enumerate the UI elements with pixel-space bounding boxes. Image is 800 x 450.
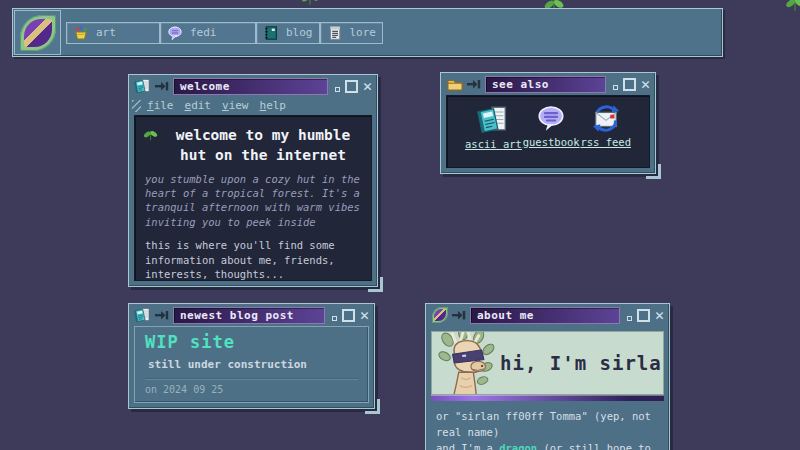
maximize-button[interactable] <box>637 309 650 322</box>
folder-icon <box>446 76 463 93</box>
about-banner: hi, I'm sirlan <box>431 331 664 395</box>
leaf-logo-icon <box>20 15 56 51</box>
blog-post-content: WIP site still under construction on 202… <box>134 326 369 403</box>
menu-bar: file edit view help <box>129 97 377 115</box>
minimize-button[interactable] <box>332 316 337 321</box>
maximize-button[interactable] <box>623 78 636 91</box>
nav-button-lore[interactable]: lore <box>320 22 384 44</box>
window-controls: ✕ <box>613 78 650 91</box>
link-rss-feed[interactable]: rss feed <box>580 104 631 163</box>
welcome-content: welcome to my humble hut on the internet… <box>134 115 372 281</box>
resize-handle[interactable] <box>365 399 380 414</box>
blog-post-date: on 2024 09 25 <box>145 379 358 395</box>
desktop: art fedi blog lore welcome <box>0 0 800 450</box>
top-nav-bar: art fedi blog lore <box>12 8 723 57</box>
about-titlebar[interactable]: about me ✕ <box>426 304 669 326</box>
window-controls: ✕ <box>627 309 664 322</box>
nav-button-art[interactable]: art <box>66 22 160 44</box>
close-button[interactable]: ✕ <box>360 309 369 322</box>
notepad-icon <box>134 78 151 95</box>
window-controls: ✕ <box>335 80 372 93</box>
window-title: about me <box>470 307 620 324</box>
maximize-button[interactable] <box>345 80 358 93</box>
see-also-window: see also ✕ ascii art guestbook rss feed <box>440 72 656 174</box>
link-label: guestbook <box>523 136 580 148</box>
dragon-avatar <box>438 331 496 395</box>
leaf-decoration <box>784 0 800 12</box>
minimize-button[interactable] <box>613 85 618 90</box>
blog-post-subtitle: still under construction <box>145 352 358 378</box>
nav-button-fedi[interactable]: fedi <box>160 22 256 44</box>
see-also-titlebar[interactable]: see also ✕ <box>441 73 655 95</box>
leaf-logo-icon <box>431 307 448 324</box>
welcome-flavor-text: you stumble upon a cozy hut in the heart… <box>135 169 371 232</box>
window-title: welcome <box>173 78 328 95</box>
lore-document-icon <box>327 25 343 41</box>
welcome-body-text: this is where you'll find some informati… <box>135 232 371 281</box>
link-ascii-art[interactable]: ascii art <box>465 104 522 163</box>
pin-icon[interactable] <box>452 309 466 321</box>
rss-envelope-icon <box>590 104 622 133</box>
pin-icon[interactable] <box>155 309 169 321</box>
about-body-text: or "sirlan ff00ff Tomma" (yep, not real … <box>426 401 669 450</box>
blog-post-title: WIP site <box>145 332 358 352</box>
speech-bubble-icon <box>535 104 567 133</box>
fedi-speech-bubble-icon <box>167 25 183 41</box>
about-line2-pre: and I'm a <box>436 442 499 450</box>
leaf-icon <box>143 129 158 142</box>
blog-notebook-icon <box>263 25 279 41</box>
nav-label: blog <box>286 26 313 39</box>
dragon-link[interactable]: dragon <box>499 442 537 450</box>
notepad-icon <box>134 307 151 324</box>
leaf-decoration <box>300 0 320 6</box>
window-controls: ✕ <box>332 309 369 322</box>
window-title: newest blog post <box>173 307 325 324</box>
menu-help[interactable]: help <box>260 99 287 112</box>
art-icon <box>73 25 89 41</box>
resize-handle[interactable] <box>368 277 383 292</box>
minimize-button[interactable] <box>627 316 632 321</box>
welcome-titlebar[interactable]: welcome ✕ <box>129 75 377 97</box>
close-button[interactable]: ✕ <box>363 80 372 93</box>
notepad-icon <box>477 104 509 135</box>
resize-handle[interactable] <box>646 164 661 179</box>
see-also-content: ascii art guestbook rss feed <box>446 95 650 168</box>
about-line1: or "sirlan ff00ff Tomma" (yep, not real … <box>436 410 651 438</box>
about-me-window: about me ✕ hi, I'm sirlan or "sirlan ff0… <box>425 303 670 450</box>
link-label: rss feed <box>580 136 631 148</box>
nav-label: lore <box>350 26 377 39</box>
welcome-window: welcome ✕ file edit view help welcome to… <box>128 74 378 287</box>
close-button[interactable]: ✕ <box>641 78 650 91</box>
nav-button-blog[interactable]: blog <box>256 22 320 44</box>
menu-view[interactable]: view <box>222 99 249 112</box>
pin-icon[interactable] <box>155 80 169 92</box>
menu-edit[interactable]: edit <box>185 99 212 112</box>
nav-button-grid: art fedi blog lore <box>66 22 383 44</box>
newest-blog-post-window: newest blog post ✕ WIP site still under … <box>128 303 375 409</box>
close-button[interactable]: ✕ <box>655 309 664 322</box>
nav-label: art <box>96 26 116 39</box>
nav-label: fedi <box>190 26 217 39</box>
link-guestbook[interactable]: guestbook <box>523 104 580 163</box>
maximize-button[interactable] <box>342 309 355 322</box>
pin-icon[interactable] <box>467 78 481 90</box>
minimize-button[interactable] <box>335 87 340 92</box>
blog-titlebar[interactable]: newest blog post ✕ <box>129 304 374 326</box>
window-title: see also <box>485 76 606 93</box>
menu-file[interactable]: file <box>147 99 174 112</box>
about-heading: hi, I'm sirlan <box>500 352 664 374</box>
link-label: ascii art <box>465 138 522 150</box>
welcome-heading: welcome to my humble hut on the internet <box>163 126 363 165</box>
site-logo-button[interactable] <box>14 10 61 55</box>
